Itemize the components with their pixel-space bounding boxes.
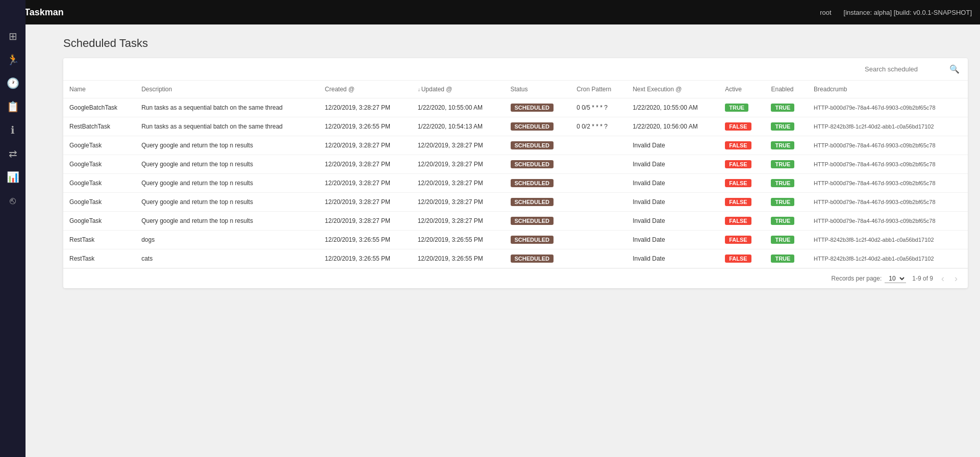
cell-active: FALSE [719,249,765,268]
cell-enabled: TRUE [765,249,808,268]
cell-name: RestBatchTask [63,117,135,136]
status-badge: SCHEDULED [511,198,554,206]
cell-active: FALSE [719,136,765,155]
cell-enabled: TRUE [765,231,808,249]
cell-created: 12/20/2019, 3:28:27 PM [319,98,412,117]
next-page-button[interactable]: › [952,274,960,283]
active-badge: FALSE [725,141,751,149]
cell-description: dogs [135,231,319,249]
user-label: root [820,9,831,16]
cell-enabled: TRUE [765,155,808,174]
active-badge: FALSE [725,255,751,263]
table-row[interactable]: GoogleTask Query google and return the t… [63,155,968,174]
cell-next-exec: Invalid Date [626,174,719,193]
search-icon[interactable]: 🔍 [949,64,960,74]
cell-active: FALSE [719,174,765,193]
enabled-badge: TRUE [771,179,794,187]
clock-icon: 🕐 [7,77,19,89]
sidebar-item-transfer[interactable]: ⇄ [0,142,26,165]
table-row[interactable]: RestTask cats 12/20/2019, 3:26:55 PM 12/… [63,249,968,268]
enabled-badge: TRUE [771,160,794,168]
table-row[interactable]: GoogleTask Query google and return the t… [63,212,968,231]
prev-page-button[interactable]: ‹ [939,274,946,283]
records-per-page-select[interactable]: 10 5 25 50 [885,274,906,283]
cell-name: GoogleTask [63,174,135,193]
cell-enabled: TRUE [765,117,808,136]
cell-next-exec: Invalid Date [626,249,719,268]
topbar: ☰ Taskman root [instance: alpha] [build:… [0,0,980,24]
cell-description: cats [135,249,319,268]
enabled-badge: TRUE [771,255,794,263]
status-badge: SCHEDULED [511,141,554,149]
cell-description: Query google and return the top n result… [135,174,319,193]
cell-created: 12/20/2019, 3:28:27 PM [319,193,412,212]
cell-name: RestTask [63,249,135,268]
info-icon: ℹ [11,124,15,136]
tasks-table: Name Description Created @ ↓Updated @ St… [63,81,968,268]
cell-description: Run tasks as a sequential batch on the s… [135,117,319,136]
search-input[interactable] [865,65,946,73]
cell-next-exec: 1/22/2020, 10:56:00 AM [626,117,719,136]
cell-created: 12/20/2019, 3:28:27 PM [319,174,412,193]
cell-name: RestTask [63,231,135,249]
cell-breadcrumb: HTTP-b000d79e-78a4-467d-9903-c09b2bf65c7… [808,212,968,231]
cell-status: SCHEDULED [505,155,571,174]
cell-status: SCHEDULED [505,98,571,117]
col-active: Active [719,81,765,98]
sidebar-item-info[interactable]: ℹ [0,118,26,142]
grid-icon: ⊞ [9,30,17,42]
table-row[interactable]: GoogleTask Query google and return the t… [63,174,968,193]
sidebar-item-logs[interactable]: 📋 [0,95,26,118]
status-badge: SCHEDULED [511,255,554,263]
sidebar: ⊞ 🏃 🕐 📋 ℹ ⇄ 📊 ⎋ [0,0,26,457]
cell-breadcrumb: HTTP-b000d79e-78a4-467d-9903-c09b2bf65c7… [808,98,968,117]
table-row[interactable]: GoogleTask Query google and return the t… [63,193,968,212]
cell-breadcrumb: HTTP-8242b3f8-1c2f-40d2-abb1-c0a56bd1710… [808,231,968,249]
scheduled-tasks-card: 🔍 Name Description Created @ ↓Updated @ … [63,58,968,288]
page-title: Scheduled Tasks [63,37,968,50]
col-updated[interactable]: ↓Updated @ [412,81,505,98]
col-status: Status [505,81,571,98]
active-badge: FALSE [725,179,751,187]
cell-status: SCHEDULED [505,212,571,231]
cell-cron [570,249,626,268]
pagination: Records per page: 10 5 25 50 1-9 of 9 ‹ … [63,268,968,288]
cell-created: 12/20/2019, 3:28:27 PM [319,212,412,231]
cell-updated: 1/22/2020, 10:55:00 AM [412,98,505,117]
cell-cron [570,174,626,193]
cell-status: SCHEDULED [505,249,571,268]
enabled-badge: TRUE [771,236,794,244]
cell-description: Query google and return the top n result… [135,155,319,174]
sidebar-item-logout[interactable]: ⎋ [0,189,26,212]
status-badge: SCHEDULED [511,217,554,225]
cell-next-exec: 1/22/2020, 10:55:00 AM [626,98,719,117]
table-row[interactable]: GoogleBatchTask Run tasks as a sequentia… [63,98,968,117]
cell-updated: 12/20/2019, 3:26:55 PM [412,249,505,268]
cell-name: GoogleTask [63,136,135,155]
table-row[interactable]: GoogleTask Query google and return the t… [63,136,968,155]
cell-next-exec: Invalid Date [626,136,719,155]
cell-active: FALSE [719,117,765,136]
cell-enabled: TRUE [765,174,808,193]
cell-status: SCHEDULED [505,136,571,155]
col-cron: Cron Pattern [570,81,626,98]
active-badge: FALSE [725,122,751,131]
cell-updated: 1/22/2020, 10:54:13 AM [412,117,505,136]
sidebar-item-charts[interactable]: 📊 [0,165,26,189]
col-name: Name [63,81,135,98]
cell-enabled: TRUE [765,212,808,231]
cell-enabled: TRUE [765,136,808,155]
status-badge: SCHEDULED [511,236,554,244]
cell-name: GoogleTask [63,212,135,231]
cell-updated: 12/20/2019, 3:28:27 PM [412,155,505,174]
table-row[interactable]: RestBatchTask Run tasks as a sequential … [63,117,968,136]
sidebar-item-dashboard[interactable]: ⊞ [0,24,26,48]
table-row[interactable]: RestTask dogs 12/20/2019, 3:26:55 PM 12/… [63,231,968,249]
logout-icon: ⎋ [10,195,16,207]
cell-next-exec: Invalid Date [626,212,719,231]
cell-updated: 12/20/2019, 3:28:27 PM [412,136,505,155]
sidebar-item-running[interactable]: 🏃 [0,48,26,71]
card-header: 🔍 [63,58,968,81]
cell-next-exec: Invalid Date [626,231,719,249]
sidebar-item-scheduled[interactable]: 🕐 [0,71,26,95]
